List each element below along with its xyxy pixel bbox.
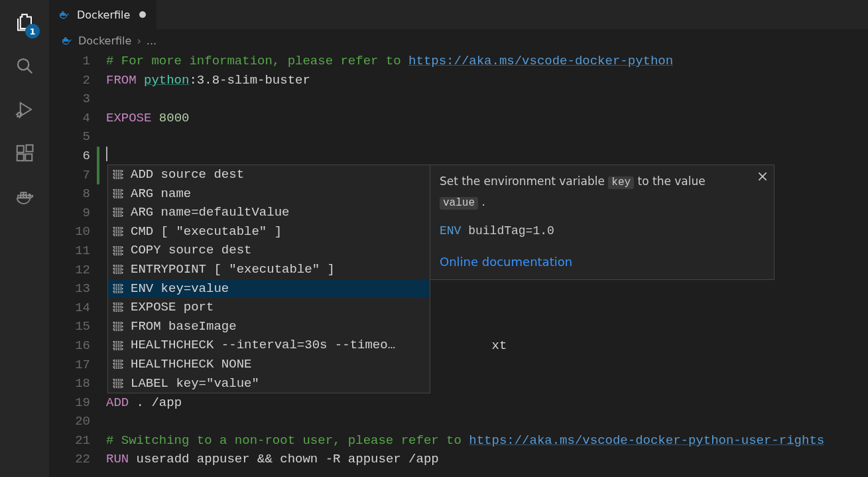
online-documentation-link[interactable]: Online documentation <box>440 253 765 272</box>
svg-rect-53 <box>113 367 123 368</box>
svg-rect-32 <box>113 234 123 236</box>
activity-search[interactable] <box>12 53 37 78</box>
suggest-item-label: COPY source dest <box>131 241 251 260</box>
close-icon[interactable] <box>757 169 769 181</box>
svg-rect-43 <box>113 307 123 308</box>
svg-rect-6 <box>27 145 33 152</box>
svg-point-0 <box>18 59 29 70</box>
snippet-icon <box>112 263 124 275</box>
svg-rect-45 <box>113 322 123 324</box>
line-number: 4 <box>49 109 90 128</box>
tab-bar: Dockerfile <box>49 0 868 29</box>
code-line[interactable] <box>106 412 868 431</box>
code-line[interactable]: # For more information, please refer to … <box>106 52 868 71</box>
svg-rect-55 <box>113 383 123 384</box>
suggest-docs: Set the environment variable key to the … <box>430 165 775 280</box>
docker-file-icon <box>61 34 73 46</box>
line-number: 12 <box>49 261 90 280</box>
line-number: 20 <box>49 412 90 431</box>
svg-rect-54 <box>113 379 123 381</box>
suggest-item-label: ARG name <box>131 184 191 204</box>
suggest-item[interactable]: COPY source dest <box>108 241 430 260</box>
svg-rect-47 <box>113 329 123 330</box>
tab-dockerfile[interactable]: Dockerfile <box>49 0 156 29</box>
svg-rect-33 <box>113 246 123 247</box>
code-line[interactable]: EXPOSE 8000 <box>106 109 868 128</box>
svg-rect-39 <box>113 285 123 286</box>
code-line[interactable] <box>106 90 868 109</box>
code-line[interactable]: # Switching to a non-root user, please r… <box>106 431 868 450</box>
suggest-item[interactable]: ENV key=value <box>108 279 430 299</box>
breadcrumb-ellipsis[interactable]: ... <box>147 34 156 47</box>
code-line[interactable] <box>106 147 868 166</box>
tab-dirty-indicator <box>139 11 146 18</box>
explorer-badge: 1 <box>25 24 40 38</box>
svg-rect-30 <box>113 228 123 229</box>
svg-rect-36 <box>113 265 123 267</box>
suggest-item[interactable]: FROM baseImage <box>108 317 430 336</box>
line-number: 13 <box>49 279 90 299</box>
code-line[interactable]: FROM python:3.8-slim-buster <box>106 71 868 90</box>
activity-run-debug[interactable] <box>12 97 37 122</box>
svg-rect-26 <box>113 196 123 198</box>
suggest-item[interactable]: CMD [ "executable" ] <box>108 222 430 241</box>
line-number: 6 <box>49 147 90 166</box>
suggest-list[interactable]: ADD source destARG nameARG name=defaultV… <box>107 165 430 393</box>
line-number: 3 <box>49 90 90 109</box>
activity-extensions[interactable] <box>12 141 37 166</box>
breadcrumb-file[interactable]: Dockerfile <box>78 34 131 47</box>
code-line[interactable] <box>106 127 868 147</box>
line-number: 7 <box>49 166 90 185</box>
suggest-item[interactable]: HEALTHCHECK NONE <box>108 355 430 374</box>
suggest-item[interactable]: LABEL key="value" <box>108 374 430 393</box>
line-number: 9 <box>49 204 90 223</box>
suggest-item[interactable]: ENTRYPOINT [ "executable" ] <box>108 260 430 279</box>
tab-title: Dockerfile <box>77 9 130 21</box>
suggest-item[interactable]: ARG name <box>108 184 430 204</box>
svg-rect-21 <box>113 170 123 172</box>
suggest-item[interactable]: HEALTHCHECK --interval=30s --timeo… <box>108 336 430 355</box>
svg-rect-49 <box>113 345 123 346</box>
suggest-item[interactable]: EXPOSE port <box>108 298 430 317</box>
snippet-icon <box>112 206 124 218</box>
suggest-description: Set the environment variable key to the … <box>440 172 765 212</box>
code-line[interactable]: ADD . /app <box>106 393 868 413</box>
line-number: 1 <box>49 52 90 71</box>
snippet-icon <box>112 358 124 370</box>
suggest-item-label: CMD [ "executable" ] <box>131 222 282 241</box>
svg-rect-52 <box>113 364 123 365</box>
svg-rect-11 <box>21 192 23 195</box>
svg-rect-44 <box>113 310 123 311</box>
suggest-item[interactable]: ADD source dest <box>108 165 430 184</box>
suggest-item[interactable]: ARG name=defaultValue <box>108 203 430 222</box>
line-number: 2 <box>49 71 90 90</box>
snippet-icon <box>112 377 124 389</box>
breadcrumb[interactable]: Dockerfile › ... <box>49 29 868 50</box>
svg-rect-29 <box>113 215 123 216</box>
suggest-item-label: FROM baseImage <box>131 317 237 336</box>
svg-rect-3 <box>17 146 24 153</box>
suggest-item-label: EXPOSE port <box>131 298 214 317</box>
activity-docker[interactable] <box>12 184 37 210</box>
line-number: 8 <box>49 184 90 204</box>
svg-rect-40 <box>113 288 123 289</box>
line-number: 18 <box>49 374 90 393</box>
suggest-item-label: HEALTHCHECK --interval=30s --timeo… <box>131 336 395 355</box>
code-editor[interactable]: 1 2 3 4 5 6 7 8 9 10 11 12 13 14 15 16 1… <box>49 50 868 477</box>
snippet-icon <box>112 169 124 180</box>
code-line[interactable]: RUN useradd appuser && chown -R appuser … <box>106 450 868 469</box>
svg-rect-37 <box>113 269 123 270</box>
svg-rect-56 <box>113 386 123 387</box>
activity-bar: 1 <box>0 0 49 477</box>
editor-group: Dockerfile Dockerfile › ... 1 <box>49 0 868 477</box>
svg-rect-38 <box>113 272 123 273</box>
snippet-icon <box>112 245 124 257</box>
svg-rect-51 <box>113 360 123 362</box>
svg-rect-12 <box>24 192 27 195</box>
docker-file-icon <box>58 9 70 21</box>
svg-rect-24 <box>113 190 123 191</box>
svg-rect-31 <box>113 231 123 232</box>
line-number: 15 <box>49 317 90 336</box>
activity-explorer[interactable]: 1 <box>12 9 37 34</box>
svg-rect-27 <box>113 208 123 210</box>
